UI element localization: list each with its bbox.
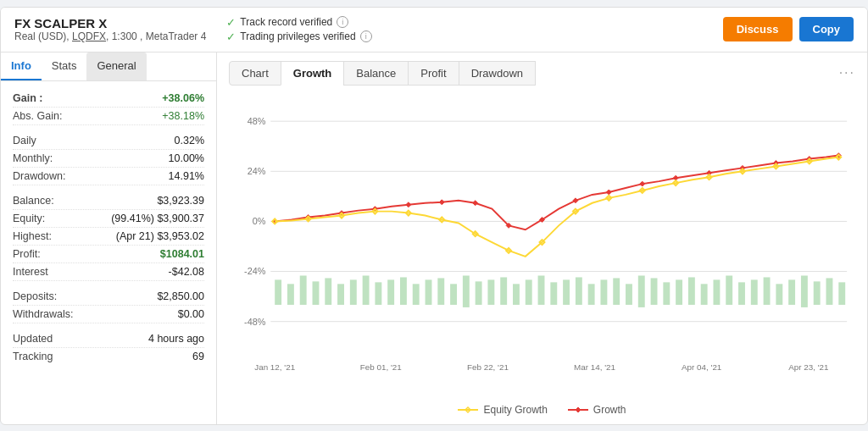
svg-rect-29 [437,278,444,305]
svg-marker-67 [439,199,444,204]
svg-marker-72 [606,189,611,194]
chart-more-icon[interactable]: ··· [839,65,855,80]
trading-privileges-info-icon[interactable]: i [360,30,372,42]
daily-value: 0.32% [175,135,204,146]
svg-rect-61 [838,282,845,305]
profit-value: $1084.01 [160,248,204,260]
legend-equity-growth: Equity Growth [458,404,547,416]
verification-section: ✓ Track record verified i ✓ Trading priv… [226,16,722,43]
gain-label: Gain : [13,92,42,104]
svg-marker-66 [406,202,411,207]
copy-button[interactable]: Copy [799,17,854,41]
balance-label: Balance: [13,195,54,207]
svg-rect-48 [676,279,682,305]
svg-rect-32 [476,281,482,305]
stat-updated: Updated 4 hours ago [13,330,204,348]
svg-rect-49 [688,277,695,305]
updated-label: Updated [13,333,53,345]
svg-text:24%: 24% [248,166,266,176]
stat-deposits: Deposits: $2,850.00 [13,288,204,306]
drawdown-value: 14.91% [169,170,204,182]
check-icon-1: ✓ [226,16,236,29]
tab-stats[interactable]: Stats [42,52,87,80]
svg-rect-53 [738,282,745,305]
daily-label: Daily [13,135,36,146]
svg-rect-56 [776,284,782,305]
monthly-label: Monthly: [13,152,53,164]
chart-tab-balance[interactable]: Balance [343,61,409,86]
svg-text:-24%: -24% [244,266,266,276]
stat-interest: Interest -$42.08 [13,263,204,281]
svg-text:Apr 04, '21: Apr 04, '21 [682,362,721,371]
equity-growth-label: Equity Growth [483,404,547,416]
svg-text:48%: 48% [248,116,266,126]
stat-daily: Daily 0.32% [13,132,204,150]
track-record-verified: ✓ Track record verified i [226,16,722,29]
interest-value: -$42.08 [169,266,204,278]
check-icon-2: ✓ [226,30,236,43]
tab-info[interactable]: Info [1,52,42,80]
tracking-value: 69 [192,351,204,362]
chart-tab-growth[interactable]: Growth [281,61,345,86]
svg-text:0%: 0% [253,216,266,226]
header: FX SCALPER X Real (USD), LQDFX, 1:300 , … [1,8,867,52]
svg-rect-16 [275,279,281,305]
tracking-label: Tracking [13,351,53,362]
chart-tab-profit[interactable]: Profit [408,61,459,86]
svg-rect-38 [550,282,557,305]
svg-marker-68 [473,200,478,205]
svg-rect-30 [450,284,457,305]
svg-rect-44 [626,284,632,305]
svg-text:Apr 23, '21: Apr 23, '21 [788,362,828,371]
stat-equity: Equity: (99.41%) $3,900.37 [13,210,204,228]
svg-rect-26 [400,277,407,305]
legend-growth: Growth [568,404,626,416]
stat-tracking: Tracking 69 [13,348,204,365]
account-type: Real (USD), [14,30,72,42]
stat-monthly: Monthly: 10.00% [13,150,204,168]
stat-gain: Gain : +38.06% [13,90,204,108]
deposits-label: Deposits: [13,290,57,302]
chart-tab-drawdown[interactable]: Drawdown [459,61,536,86]
highest-value: (Apr 21) $3,953.02 [116,230,204,242]
svg-text:Feb 22, '21: Feb 22, '21 [467,362,509,371]
svg-rect-45 [638,275,645,307]
stat-drawdown: Drawdown: 14.91% [13,168,204,185]
svg-rect-27 [413,284,420,305]
chart-tab-chart[interactable]: Chart [229,61,281,86]
right-panel: Chart Growth Balance Profit Drawdown ···… [217,52,867,424]
growth-label: Growth [593,404,626,416]
monthly-value: 10.00% [169,152,204,164]
track-record-info-icon[interactable]: i [337,16,348,28]
svg-rect-47 [663,282,670,305]
equity-legend-icon [458,405,478,415]
growth-chart: 48% 24% 0% -24% -48% Jan 12, '21 Feb 01,… [229,94,855,399]
svg-rect-21 [337,284,344,305]
gain-value: +38.06% [162,92,204,104]
trading-privileges-verified: ✓ Trading privileges verified i [226,30,722,43]
stat-profit: Profit: $1084.01 [13,246,204,263]
account-title: FX SCALPER X Real (USD), LQDFX, 1:300 , … [14,16,206,42]
header-buttons: Discuss Copy [723,17,854,41]
discuss-button[interactable]: Discuss [723,17,793,41]
svg-rect-55 [764,277,771,305]
svg-marker-73 [640,181,645,186]
interest-label: Interest [13,266,48,278]
svg-rect-39 [563,279,570,305]
svg-rect-31 [463,275,470,307]
svg-rect-17 [287,284,294,305]
left-tabs: Info Stats General [1,52,216,81]
svg-rect-52 [726,275,732,304]
svg-rect-40 [576,277,582,305]
main-content: Info Stats General Gain : +38.06% Abs. G… [1,52,867,424]
stat-abs-gain: Abs. Gain: +38.18% [13,108,204,125]
svg-rect-19 [313,281,320,305]
broker-link[interactable]: LQDFX [72,30,106,42]
stat-highest: Highest: (Apr 21) $3,953.02 [13,228,204,246]
stat-balance: Balance: $3,923.39 [13,192,204,210]
svg-rect-23 [363,275,370,304]
account-name: FX SCALPER X [14,16,206,30]
tab-general[interactable]: General [86,52,146,80]
svg-rect-51 [713,279,720,305]
svg-rect-60 [826,278,833,305]
